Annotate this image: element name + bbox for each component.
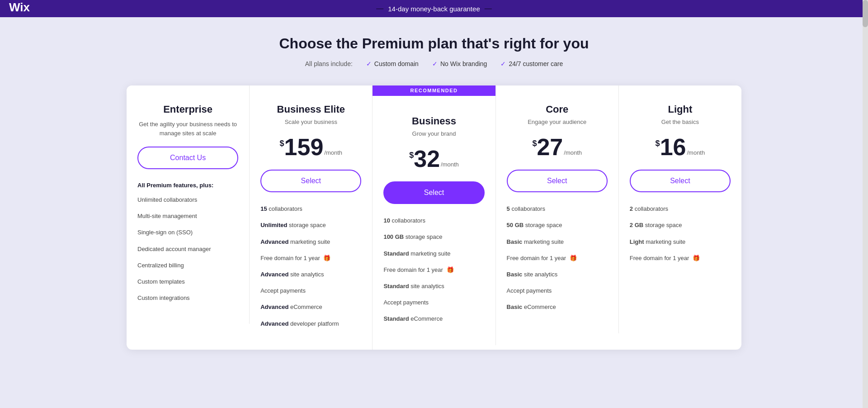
- feature-enterprise-3: Single-sign on (SSO): [137, 228, 238, 237]
- price-amount-core: 27: [537, 135, 563, 159]
- plan-name-enterprise: Enterprise: [137, 104, 238, 115]
- feature-business-2: 100 GB storage space: [383, 233, 484, 241]
- feature-custom-domain: ✓ Custom domain: [366, 60, 419, 67]
- feature-light-1: 2 collaborators: [630, 205, 731, 213]
- features-list: All plans include: ✓ Custom domain ✓ No …: [127, 60, 741, 67]
- select-button-business[interactable]: Select: [383, 181, 484, 204]
- feature-branding-text: No Wix branding: [440, 60, 487, 67]
- price-dollar-elite: $: [280, 139, 284, 148]
- feature-core-6: Accept payments: [507, 287, 608, 295]
- feature-enterprise-7: Custom integrations: [137, 294, 238, 302]
- feature-business-4: Free domain for 1 year 🎁: [383, 266, 484, 274]
- feature-elite-6: Accept payments: [260, 287, 361, 295]
- plan-card-light: Light Get the basics $ 16 /month Select …: [619, 85, 741, 284]
- feature-customer-care: ✓ 24/7 customer care: [500, 60, 563, 67]
- gift-icon-light: 🎁: [693, 255, 700, 261]
- plan-card-business-elite: Business Elite Scale your business $ 159…: [250, 85, 373, 350]
- gift-icon-business: 🎁: [447, 266, 454, 273]
- gift-icon-core: 🎁: [570, 255, 577, 261]
- scrollbar-thumb[interactable]: [863, 0, 868, 27]
- page-title: Choose the Premium plan that's right for…: [127, 35, 741, 52]
- feature-elite-8: Advanced developer platform: [260, 320, 361, 328]
- check-icon-care: ✓: [500, 60, 506, 67]
- plan-desc-business: Grow your brand: [383, 130, 484, 138]
- feature-domain-text: Custom domain: [374, 60, 419, 67]
- price-dollar-light: $: [656, 139, 660, 148]
- plan-name-core: Core: [507, 104, 608, 115]
- price-business: $ 32 /month: [383, 147, 484, 171]
- feature-enterprise-5: Centralized billing: [137, 261, 238, 270]
- plan-desc-enterprise: Get the agility your business needs to m…: [137, 120, 238, 138]
- feature-elite-3: Advanced marketing suite: [260, 238, 361, 246]
- banner-dash-left: —: [376, 5, 383, 13]
- plan-name-light: Light: [630, 104, 731, 115]
- price-period-core: /month: [564, 149, 582, 156]
- price-dollar-core: $: [532, 139, 537, 148]
- check-icon-domain: ✓: [366, 60, 372, 67]
- feature-elite-5: Advanced site analytics: [260, 270, 361, 279]
- feature-enterprise-4: Dedicated account manager: [137, 245, 238, 253]
- price-period-business: /month: [441, 161, 459, 168]
- plan-card-core: Core Engage your audience $ 27 /month Se…: [496, 85, 619, 333]
- price-amount-light: 16: [660, 135, 686, 159]
- features-label: All plans include:: [305, 60, 353, 67]
- feature-elite-2: Unlimited storage space: [260, 221, 361, 229]
- price-amount-business: 32: [414, 147, 440, 171]
- plan-desc-light: Get the basics: [630, 118, 731, 126]
- check-icon-branding: ✓: [432, 60, 438, 67]
- feature-elite-1: 15 collaborators: [260, 205, 361, 213]
- banner-text: 14-day money-back guarantee: [388, 5, 480, 13]
- wix-logo: Wix: [9, 1, 32, 16]
- feature-core-7: Basic eCommerce: [507, 303, 608, 311]
- price-light: $ 16 /month: [630, 135, 731, 159]
- plan-card-business: RECOMMENDED Business Grow your brand $ 3…: [373, 85, 495, 345]
- plan-name-business: Business: [383, 115, 484, 127]
- feature-elite-7: Advanced eCommerce: [260, 303, 361, 311]
- recommended-badge: RECOMMENDED: [373, 85, 495, 96]
- feature-enterprise-6: Custom templates: [137, 278, 238, 286]
- plans-container: Enterprise Get the agility your business…: [127, 85, 741, 350]
- price-amount-elite: 159: [284, 135, 324, 159]
- svg-text:Wix: Wix: [9, 1, 30, 14]
- feature-light-2: 2 GB storage space: [630, 221, 731, 229]
- feature-business-3: Standard marketing suite: [383, 250, 484, 258]
- price-core: $ 27 /month: [507, 135, 608, 159]
- feature-light-4: Free domain for 1 year 🎁: [630, 254, 731, 262]
- feature-elite-4: Free domain for 1 year 🎁: [260, 254, 361, 262]
- plan-name-business-elite: Business Elite: [260, 104, 361, 115]
- feature-enterprise-1: Unlimited collaborators: [137, 196, 238, 204]
- feature-enterprise-2: Multi-site management: [137, 212, 238, 220]
- price-period-light: /month: [687, 149, 705, 156]
- feature-core-2: 50 GB storage space: [507, 221, 608, 229]
- select-button-elite[interactable]: Select: [260, 170, 361, 192]
- price-business-elite: $ 159 /month: [260, 135, 361, 159]
- plan-desc-core: Engage your audience: [507, 118, 608, 126]
- select-button-core[interactable]: Select: [507, 170, 608, 192]
- feature-business-6: Accept payments: [383, 299, 484, 307]
- feature-no-branding: ✓ No Wix branding: [432, 60, 487, 67]
- feature-core-3: Basic marketing suite: [507, 238, 608, 246]
- contact-us-button[interactable]: Contact Us: [137, 147, 238, 169]
- feature-core-1: 5 collaborators: [507, 205, 608, 213]
- main-content: Choose the Premium plan that's right for…: [118, 17, 750, 377]
- price-period-elite: /month: [324, 149, 342, 156]
- select-button-light[interactable]: Select: [630, 170, 731, 192]
- plan-card-enterprise: Enterprise Get the agility your business…: [127, 85, 250, 324]
- feature-business-7: Standard eCommerce: [383, 315, 484, 323]
- gift-icon-elite: 🎁: [323, 255, 330, 261]
- feature-business-1: 10 collaborators: [383, 217, 484, 225]
- feature-light-3: Light marketing suite: [630, 238, 731, 246]
- feature-core-4: Free domain for 1 year 🎁: [507, 254, 608, 262]
- feature-core-5: Basic site analytics: [507, 270, 608, 279]
- price-dollar-business: $: [409, 151, 414, 160]
- scrollbar-track[interactable]: [863, 0, 868, 408]
- enterprise-features-title: All Premium features, plus:: [137, 182, 238, 189]
- plan-desc-business-elite: Scale your business: [260, 118, 361, 126]
- top-banner: Wix — 14-day money-back guarantee —: [0, 0, 868, 17]
- banner-dash-right: —: [485, 5, 492, 13]
- feature-business-5: Standard site analytics: [383, 282, 484, 290]
- feature-care-text: 24/7 customer care: [509, 60, 563, 67]
